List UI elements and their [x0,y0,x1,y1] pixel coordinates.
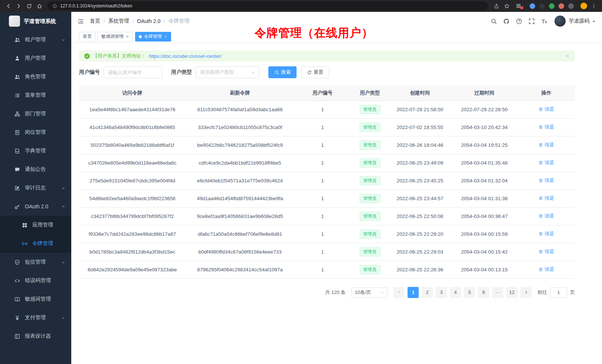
trash-icon [539,196,543,201]
extension-icon[interactable] [539,3,545,9]
sidebar-item-oauth2-token[interactable]: 令牌管理 [0,234,71,253]
close-alert-icon[interactable] [565,54,570,58]
page-size-select[interactable]: 10条/页 [351,287,387,298]
breadcrumb-item[interactable]: 首页 [90,18,100,24]
site-info-icon[interactable] [52,3,58,9]
search-icon[interactable] [491,18,497,24]
star-icon[interactable] [502,1,511,10]
fullscreen-icon[interactable] [529,18,535,24]
sidebar-item-user[interactable]: 用户管理 [0,49,71,67]
tab-sensitive-word[interactable]: 敏感词管理 [98,32,133,42]
trash-icon [539,249,543,254]
force-logout-button[interactable]: 强退 [539,248,554,255]
next-page-button[interactable] [520,287,531,298]
sidebar-item-dict[interactable]: 字典管理 [0,142,71,160]
table-row: 1ea5e44f8bc1467aaede43144f31de76811c5304… [79,100,575,118]
goto-page-input[interactable] [550,287,567,298]
yen-icon [14,315,20,321]
back-icon[interactable] [4,1,13,10]
url-text: 127.0.0.1:1024/system/oauth2/token [60,3,132,9]
sidebar-item-notice[interactable]: 通知公告 [0,160,71,179]
cell-expire-time: 2054-03-04 01:35:48 [451,154,518,172]
page-button-3[interactable]: 3 [436,287,447,298]
sidebar-item-post[interactable]: 岗位管理 [0,123,71,142]
sidebar-item-audit-log[interactable]: 审计日志 [0,179,71,197]
column-header: 操作 [518,86,575,100]
success-check-icon [84,53,90,59]
sidebar-item-menu[interactable]: 菜单管理 [0,86,71,105]
extension-icon[interactable] [568,3,574,9]
prev-page-button[interactable] [393,287,405,298]
cell-user-id: 1 [294,189,351,207]
sidebar-item-pay[interactable]: 支付管理 [0,308,71,327]
extension-icon[interactable] [559,3,564,9]
close-tab-icon[interactable] [126,35,129,38]
force-logout-button[interactable]: 强退 [539,177,554,184]
cell-create-time: 2022-06-25 22:29:20 [389,225,451,243]
force-logout-button[interactable]: 强退 [539,213,554,219]
force-logout-button[interactable]: 强退 [539,195,554,202]
sidebar-item-role[interactable]: 角色管理 [0,67,71,86]
sidebar-item-sms[interactable]: 短信管理 [0,253,71,271]
search-button[interactable]: 搜索 [268,66,297,78]
tab-home[interactable]: 首页 [79,32,95,42]
address-bar[interactable]: 127.0.0.1:1024/system/oauth2/token [48,1,488,10]
chevron-down-icon [592,21,595,23]
page-button-6[interactable]: 6 [478,287,489,298]
force-logout-button[interactable]: 强退 [539,124,554,130]
font-size-icon[interactable] [541,18,547,24]
force-logout-button[interactable]: 强退 [539,231,554,237]
home-icon[interactable] [35,1,44,10]
page-button-4[interactable]: 4 [450,287,461,298]
reload-icon[interactable] [24,1,33,10]
pagination-ellipsis[interactable]: ··· [492,287,503,298]
logo-image [9,16,20,27]
page-button-12[interactable]: 12 [506,287,517,298]
close-tab-icon[interactable] [164,35,167,38]
collapse-sidebar-icon[interactable] [76,17,85,25]
force-logout-button[interactable]: 强退 [539,266,554,273]
github-icon[interactable] [503,18,510,24]
user-id-input[interactable] [104,66,162,78]
pagination-pages: 123456···12 [408,287,517,298]
alert-doc-link[interactable]: https://doc.iocoder.cn/user-center/ [149,53,222,59]
forward-icon[interactable] [14,1,23,10]
cell-expire-time: 2054-03-04 01:32:04 [451,172,518,189]
user-menu[interactable]: 芋道源码 [554,16,595,27]
sidebar-item-error-code[interactable]: 错误码管理 [0,271,71,290]
help-icon[interactable] [516,18,522,24]
force-logout-button[interactable]: 强退 [539,142,554,148]
breadcrumb-item[interactable]: 系统管理 [108,18,129,24]
page-button-5[interactable]: 5 [464,287,475,298]
trash-icon [539,267,543,272]
sidebar-item-oauth2[interactable]: OAuth 2.0 [0,197,71,216]
browser-profile-avatar[interactable] [580,3,587,9]
app-logo[interactable]: 芋道管理系统 [0,12,71,30]
share-icon[interactable] [492,1,501,10]
breadcrumb-item[interactable]: OAuth 2.0 [137,18,160,24]
sidebar-item-tenant[interactable]: 租户管理 [0,30,71,49]
extension-icon[interactable] [530,3,535,9]
sidebar-item-report-designer[interactable]: 报表设计器 [0,327,71,345]
tab-oauth2-token[interactable]: 令牌管理 [135,32,171,42]
force-logout-button[interactable]: 强退 [539,159,554,166]
sidebar-item-oauth2-application[interactable]: 应用管理 [0,216,71,234]
sidebar-item-sensitive-word[interactable]: 敏感词管理 [0,290,71,308]
page-button-1[interactable]: 1 [408,287,419,298]
column-header: 用户编号 [294,86,351,100]
force-logout-button[interactable]: 强退 [539,106,554,113]
cell-refresh-token: 811c530487574fa0af1a59d3abc1aa66 [186,100,294,118]
app-icon [22,222,27,228]
cell-refresh-token: 333ecfc71e02480cb11055c875c3ca0f [186,118,294,136]
browser-menu-icon[interactable] [589,1,598,10]
cell-create-time: 2022-06-25 23:45:25 [389,172,451,189]
reset-button[interactable]: 重置 [301,66,329,78]
layout-icon [14,333,20,339]
info-alert: 【用户体系】文档地址： https://doc.iocoder.cn/user-… [79,50,575,62]
page-button-2[interactable]: 2 [422,287,433,298]
extension-icon[interactable] [549,3,554,9]
browser-toolbar: 127.0.0.1:1024/system/oauth2/token [0,0,602,12]
sidebar-item-dept[interactable]: 部门管理 [0,105,71,123]
user-type-select[interactable]: 请选择用户类型 [196,66,259,78]
pagination-total: 共 120 条 [325,289,346,296]
